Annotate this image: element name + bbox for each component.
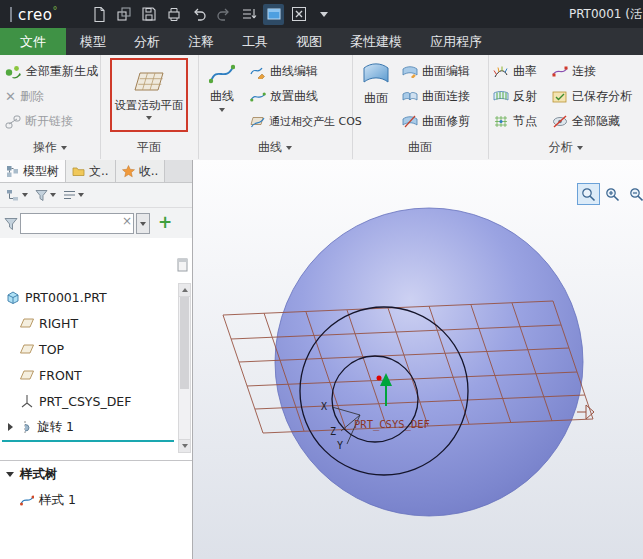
tree-item-revolve[interactable]: 旋转 1: [0, 414, 192, 440]
tab-analysis[interactable]: 分析: [120, 28, 174, 55]
window-button[interactable]: [263, 4, 284, 25]
cos-icon: [250, 115, 265, 128]
model-tree-scrollbar[interactable]: [178, 283, 191, 453]
style-tree-header[interactable]: 样式树: [0, 461, 192, 487]
caret-down-icon: [50, 193, 56, 197]
connect-analysis-button[interactable]: 连接: [552, 63, 596, 80]
tree-item-csys[interactable]: PRT_CSYS_DEF: [0, 388, 192, 414]
scroll-down-button[interactable]: [179, 439, 190, 452]
navigator-panel: 模型树 文.. 收.. × +: [0, 160, 193, 559]
tree-filters-button[interactable]: [33, 188, 58, 203]
break-link-button[interactable]: 断开链接: [5, 113, 73, 130]
curve-edit-button[interactable]: 曲线编辑: [250, 63, 318, 80]
close-window-button[interactable]: [288, 4, 309, 25]
redo-button[interactable]: [213, 4, 234, 25]
caret-down-icon: [146, 116, 152, 120]
expand-icon[interactable]: [8, 423, 13, 431]
new-file-button[interactable]: [88, 4, 109, 25]
saved-analysis-button[interactable]: 已保存分析: [552, 88, 632, 105]
tree-display-icon: [6, 189, 20, 202]
tree-item-top[interactable]: TOP: [0, 336, 192, 362]
tree-settings-button[interactable]: [61, 188, 86, 202]
curve-button[interactable]: 曲线: [201, 61, 243, 112]
caret-down-icon: [22, 193, 28, 197]
surface-trim-button[interactable]: 曲面修剪: [402, 113, 470, 130]
zoom-in-button[interactable]: [601, 183, 624, 205]
magnifier-icon: [581, 187, 596, 202]
graphics-area[interactable]: X Z Y PRT_CSYS_DEF: [193, 160, 643, 559]
tab-model-tree[interactable]: 模型树: [0, 160, 66, 182]
open-file-button[interactable]: [113, 4, 134, 25]
group-label-operations[interactable]: 操作: [0, 139, 100, 156]
curvature-button[interactable]: 曲率: [493, 63, 537, 80]
sphere-model[interactable]: [275, 208, 583, 516]
cos-curve-button[interactable]: 通过相交产生 COS: [250, 114, 362, 129]
hide-all-button[interactable]: 全部隐藏: [552, 113, 620, 130]
print-button[interactable]: [163, 4, 184, 25]
tab-applications[interactable]: 应用程序: [416, 28, 496, 55]
toolbar-dropdown-icon[interactable]: [313, 4, 334, 25]
surface-edit-button[interactable]: 曲面编辑: [402, 63, 470, 80]
axis-label-x: X: [321, 401, 327, 412]
tab-favorites[interactable]: 收..: [116, 160, 166, 182]
delete-button[interactable]: ✕ 删除: [5, 88, 44, 105]
scrollbar-thumb[interactable]: [180, 297, 189, 389]
add-filter-button[interactable]: +: [158, 211, 172, 235]
group-label-analysis[interactable]: 分析: [488, 139, 643, 156]
tab-annotate[interactable]: 注释: [174, 28, 228, 55]
set-active-plane-button[interactable]: 设置活动平面: [110, 58, 188, 132]
group-label-curve[interactable]: 曲线: [198, 139, 352, 156]
tree-filter-row: × +: [0, 208, 192, 241]
filter-funnel-icon: [4, 217, 18, 231]
tab-folder-browser[interactable]: 文..: [66, 160, 116, 182]
tab-model[interactable]: 模型: [66, 28, 120, 55]
tree-item-right[interactable]: RIGHT: [0, 310, 192, 336]
search-options-dropdown[interactable]: [136, 213, 150, 234]
saved-analysis-icon: [552, 90, 568, 103]
arrow-up-icon: [182, 288, 188, 292]
axis-label-y: Y: [337, 440, 343, 451]
zoom-out-button[interactable]: [625, 183, 643, 205]
titlebar: creo° PRT0001 (活: [0, 0, 643, 28]
save-button[interactable]: [138, 4, 159, 25]
app-logo: creo°: [18, 5, 58, 24]
scroll-up-button[interactable]: [179, 284, 190, 297]
style-tree-section: 样式树 样式 1: [0, 460, 192, 513]
style-tree-item[interactable]: 样式 1: [0, 487, 192, 513]
place-curve-button[interactable]: 放置曲线: [250, 88, 318, 105]
reflection-button[interactable]: 反射: [493, 88, 537, 105]
insert-locator[interactable]: [2, 440, 174, 442]
collapse-icon: [6, 472, 14, 477]
undo-button[interactable]: [188, 4, 209, 25]
tab-view[interactable]: 视图: [282, 28, 336, 55]
node-button[interactable]: 节点: [493, 113, 537, 130]
tree-item-front[interactable]: FRONT: [0, 362, 192, 388]
connect-analysis-icon: [552, 65, 568, 78]
curve-edit-icon: [250, 64, 266, 79]
tab-tools[interactable]: 工具: [228, 28, 282, 55]
surface-button[interactable]: 曲面: [356, 61, 396, 107]
clear-search-icon[interactable]: ×: [122, 215, 132, 227]
surface-edit-icon: [402, 65, 418, 78]
tree-display-button[interactable]: [4, 188, 30, 203]
node-icon: [493, 115, 509, 128]
ribbon: 全部重新生成 ✕ 删除 断开链接 操作 设置活动平面 平面 曲线: [0, 55, 643, 161]
surface-connect-button[interactable]: 曲面连接: [402, 88, 470, 105]
reflection-icon: [493, 90, 509, 103]
regenerate-all-button[interactable]: 全部重新生成: [4, 63, 98, 80]
navigator-tabs: 模型树 文.. 收..: [0, 160, 192, 183]
tree-search-input[interactable]: [20, 213, 134, 234]
surface-trim-icon: [402, 115, 418, 128]
tab-flexible-modeling[interactable]: 柔性建模: [336, 28, 416, 55]
tree-item-part[interactable]: PRT0001.PRT: [0, 284, 192, 310]
tab-file[interactable]: 文件: [0, 28, 66, 55]
break-link-icon: [5, 115, 21, 129]
regenerate-list-button[interactable]: [238, 4, 259, 25]
zoom-out-icon: [629, 187, 643, 202]
detach-panel-icon[interactable]: [177, 258, 188, 272]
origin-point: [377, 376, 382, 381]
caret-down-icon: [219, 108, 225, 112]
zoom-window-button[interactable]: [577, 183, 600, 205]
datum-plane-icon: [20, 317, 34, 329]
curve-icon: [209, 61, 235, 85]
